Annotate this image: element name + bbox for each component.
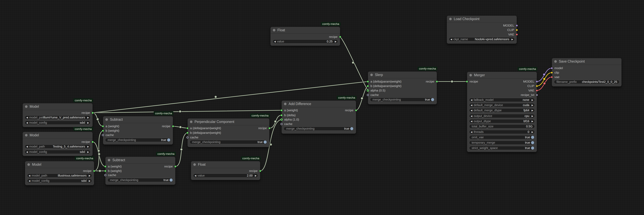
widget-default-merge-dtype[interactable]: ◀ default_merge_dtype fp64 ▶ [469, 108, 535, 112]
output-recipe[interactable]: recipe [82, 111, 94, 115]
input-port-dot[interactable] [367, 89, 369, 92]
input-port-dot[interactable] [280, 114, 283, 116]
node-header[interactable]: Model [22, 103, 92, 110]
node-header[interactable]: Subtract [103, 116, 173, 123]
input-port-dot[interactable] [280, 118, 283, 121]
recipe-port-dot[interactable] [436, 80, 438, 83]
output-recipe[interactable]: recipe [258, 126, 270, 130]
input-port-dot[interactable] [280, 109, 283, 111]
toggle-knob[interactable] [531, 136, 534, 139]
node-header[interactable]: Add Difference [282, 101, 356, 107]
output-model[interactable]: MODEL [523, 79, 538, 84]
recipe-port-dot[interactable] [92, 141, 94, 143]
widget-merge-checkpointing[interactable]: merge_checkpointing true [284, 127, 354, 131]
collapse-dot[interactable] [193, 163, 196, 166]
combo-left-icon[interactable]: ◀ [469, 109, 474, 112]
input-port-dot[interactable] [102, 130, 104, 132]
input-vae[interactable]: vae [551, 75, 560, 79]
node-header[interactable]: Perpendicular Component [188, 118, 270, 125]
combo-right-icon[interactable]: ▶ [530, 120, 534, 123]
input-b[interactable]: b (weight) [104, 169, 122, 173]
node-model-3[interactable]: Model recipe ◀ model_path Illustrious.sa… [25, 161, 94, 185]
node-header[interactable]: Float [191, 161, 260, 168]
recipe-port-dot[interactable] [172, 125, 174, 127]
vae-port-dot[interactable] [551, 76, 553, 78]
node-merger[interactable]: Merger recipe MODEL CLIP VAE recipe_txt … [467, 72, 537, 152]
node-header[interactable]: Slerp [368, 72, 437, 78]
toggle-knob[interactable] [264, 140, 267, 144]
collapse-dot[interactable] [25, 105, 28, 108]
input-port-dot[interactable] [104, 170, 106, 172]
node-load-checkpoint[interactable]: Load Checkpoint MODEL CLIP VAE ◀ ckpt_na… [447, 16, 517, 44]
combo-left-icon[interactable]: ◀ [469, 99, 474, 101]
combo-right-icon[interactable]: ▶ [86, 151, 90, 153]
combo-right-icon[interactable]: ▶ [87, 179, 92, 182]
input-clip[interactable]: clip [551, 70, 559, 75]
recipe-port-dot[interactable] [268, 127, 270, 129]
node-header[interactable]: Save Checkpoint [552, 58, 622, 65]
output-recipe[interactable]: recipe [83, 169, 95, 173]
widget-omit-vae[interactable]: omit_vae true [469, 135, 535, 139]
collapse-dot[interactable] [449, 18, 452, 20]
output-vae[interactable]: VAE [508, 32, 518, 37]
combo-left-icon[interactable]: ◀ [469, 115, 474, 117]
toggle-knob[interactable] [431, 98, 434, 101]
stepper-right-icon[interactable]: ▶ [334, 40, 338, 43]
input-port-dot[interactable] [102, 125, 104, 127]
recipe-port-dot[interactable] [339, 36, 341, 38]
model-port-dot[interactable] [551, 67, 553, 69]
clip-port-dot[interactable] [516, 29, 518, 31]
node-model-2[interactable]: Model recipe ◀ model_path Testing_5_4.sa… [22, 132, 92, 156]
input-port-dot[interactable] [367, 80, 369, 83]
output-recipe[interactable]: recipe [162, 124, 174, 128]
recipe-port-dot[interactable] [93, 170, 95, 172]
output-recipe[interactable]: recipe [329, 35, 341, 39]
input-alpha[interactable]: alpha (0.5) [367, 88, 385, 93]
input-port-dot[interactable] [186, 127, 188, 129]
input-a[interactable]: a (weight) [104, 164, 122, 169]
toggle-knob[interactable] [350, 127, 353, 130]
combo-left-icon[interactable]: ◀ [25, 116, 29, 119]
stepper-right-icon[interactable]: ▶ [254, 174, 258, 177]
input-cache[interactable]: cache [367, 93, 379, 97]
clip-port-dot[interactable] [536, 85, 538, 87]
node-float-top[interactable]: Float recipe ◀ value 0.25 ▶ [270, 27, 340, 46]
node-header[interactable]: Subtract [105, 157, 175, 164]
widget-model-config[interactable]: ◀ model_config sdxl ▶ [27, 179, 92, 183]
input-recipe[interactable]: recipe [466, 79, 478, 84]
input-port-dot[interactable] [104, 174, 106, 176]
input-a[interactable]: a (delta|param|weight) [186, 126, 221, 130]
widget-output-device[interactable]: ◀ output_device cpu ▶ [469, 114, 535, 118]
widget-merge-checkpointing[interactable]: merge_checkpointing true [190, 140, 267, 144]
node-subtract-1[interactable]: Subtract a (weight) b (weight) cache rec… [103, 116, 173, 144]
input-model[interactable]: model [551, 66, 563, 70]
recipe-port-dot[interactable] [92, 112, 94, 114]
collapse-dot[interactable] [554, 60, 557, 63]
output-recipe[interactable]: recipe [249, 169, 261, 173]
input-alpha[interactable]: alpha (1.0) [280, 117, 299, 122]
recipe-port-dot[interactable] [259, 170, 261, 172]
input-port-dot[interactable] [186, 132, 188, 134]
node-header[interactable]: Float [270, 27, 340, 34]
combo-left-icon[interactable]: ◀ [25, 145, 29, 148]
input-b[interactable]: b (delta) [280, 113, 296, 117]
widget-strict-weight-space[interactable]: strict_weight_space true [469, 146, 535, 150]
input-cache[interactable]: cache [186, 135, 198, 140]
collapse-dot[interactable] [28, 163, 30, 166]
input-a[interactable]: a (weight) [280, 108, 298, 112]
input-port-dot[interactable] [104, 165, 106, 168]
combo-left-icon[interactable]: ◀ [469, 104, 474, 107]
node-model-1[interactable]: Model recipe ◀ model_path IllumiYume_V_p… [22, 103, 92, 127]
combo-right-icon[interactable]: ▶ [510, 38, 514, 41]
output-model[interactable]: MODEL [503, 23, 518, 28]
combo-right-icon[interactable]: ▶ [530, 104, 534, 107]
input-b[interactable]: b (delta|param|weight) [186, 130, 221, 135]
output-recipe[interactable]: recipe [164, 164, 176, 169]
combo-right-icon[interactable]: ▶ [530, 109, 534, 112]
collapse-dot[interactable] [105, 118, 108, 121]
model-port-dot[interactable] [536, 80, 538, 83]
node-graph-canvas[interactable]: comfy-mecha comfy-mecha comfy-mecha comf… [0, 0, 644, 215]
node-subtract-2[interactable]: Subtract a (weight) b (weight) cache rec… [105, 157, 175, 185]
collapse-dot[interactable] [284, 103, 286, 105]
widget-total-buffer-size[interactable]: total_buffer_size 0.5G [469, 124, 535, 128]
